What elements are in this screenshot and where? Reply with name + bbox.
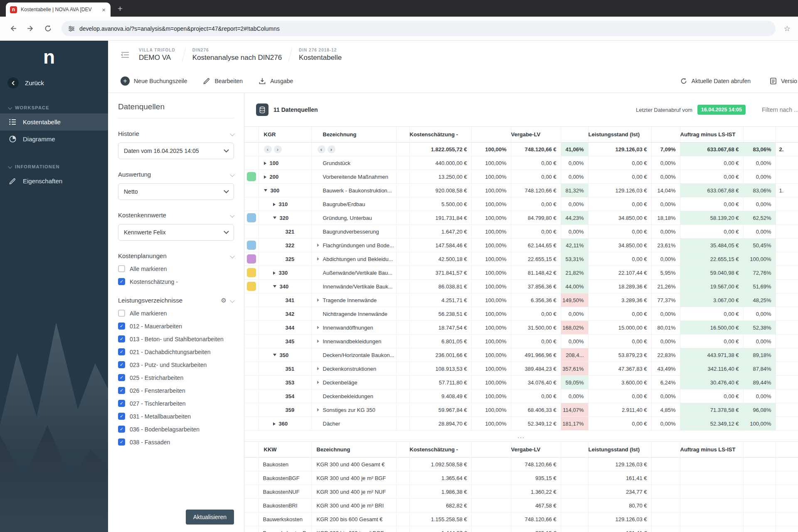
output-button[interactable]: Ausgabe	[259, 77, 293, 85]
kgr-cell[interactable]: 330	[259, 266, 311, 280]
expand-row-icon[interactable]	[264, 175, 266, 179]
filter-input[interactable]: Filtern nach ...	[762, 106, 798, 113]
new-booking-row-button[interactable]: + Neue Buchungszeile	[121, 76, 187, 86]
kgr-cell[interactable]: 359	[259, 403, 311, 417]
kgr-cell[interactable]: 353	[259, 376, 311, 389]
kgr-cell[interactable]: 340	[259, 280, 311, 293]
kgr-cell[interactable]: 341	[259, 293, 311, 307]
collapse-section-icon[interactable]	[230, 298, 234, 303]
lv-item[interactable]: ✓023 - Putz- und Stuckarbeiten	[118, 361, 234, 368]
table-row[interactable]: 322Flachgründungen und Bode...147.584,46…	[244, 239, 798, 252]
new-tab-button[interactable]: +	[114, 2, 126, 15]
lv-item[interactable]: ✓027 - Tischlerarbeiten	[118, 400, 234, 407]
detail-arrow-icon[interactable]	[317, 326, 319, 329]
lv-item[interactable]: ✓026 - Fensterarbeiten	[118, 387, 234, 394]
table-row[interactable]: 320Gründung, Unterbau191.731,84 €100,00%…	[244, 211, 798, 225]
table-row[interactable]: 330Außenwände/Vertikale Bau...371.841,57…	[244, 266, 798, 280]
column-header-kostenschaetzung[interactable]: Kostenschätzung -	[409, 442, 471, 458]
bezeichnung-cell[interactable]: Baugrube/Erdbau	[311, 197, 396, 211]
table-row[interactable]: 360Dächer28.894,70 €100,00%52.349,12 €18…	[244, 417, 798, 431]
prev-column-icon[interactable]: ‹	[318, 145, 325, 153]
back-nav-icon[interactable]	[6, 22, 20, 36]
bezeichnung-cell[interactable]: Gründung, Unterbau	[311, 211, 396, 225]
expand-row-icon[interactable]	[264, 162, 266, 165]
bezeichnung-cell[interactable]: Grundstück	[311, 156, 396, 170]
table-row[interactable]: 350Decken/Horizontale Baukon...236.001,6…	[244, 348, 798, 362]
bezeichnung-cell[interactable]: Baugrundverbesserung	[311, 225, 396, 239]
kkw-row[interactable]: BaukostenNUFKGR 300 und 400 je m² NUF1.9…	[244, 485, 798, 499]
bezeichnung-cell[interactable]: Abdichtungen und Bekleidu...	[311, 252, 396, 266]
reload-icon[interactable]	[41, 22, 55, 36]
table-row[interactable]: 351Deckenkonstruktionen108.913,53 €100,0…	[244, 362, 798, 376]
table-row[interactable]: 342Nichttragende Innenwände56.238,51 €10…	[244, 307, 798, 321]
checkbox-checked[interactable]: ✓	[118, 278, 125, 285]
checkbox-checked[interactable]: ✓	[118, 323, 125, 330]
next-column-icon[interactable]: ›	[328, 145, 335, 153]
bezeichnung-cell[interactable]: Deckenkonstruktionen	[311, 362, 396, 376]
breadcrumb-report[interactable]: DIN276 Kostenanalyse nach DIN276	[192, 48, 282, 62]
bezeichnung-cell[interactable]: Außenwände/Vertikale Bau...	[311, 266, 396, 280]
lv-item[interactable]: ✓012 - Mauerarbeiten	[118, 323, 234, 330]
historie-select[interactable]: Daten vom 16.04.2025 14:05	[118, 143, 234, 159]
select-all-kostenplanungen[interactable]: Alle markieren	[118, 265, 234, 272]
kgr-cell[interactable]: 342	[259, 307, 311, 321]
table-row[interactable]: 359Sonstiges zur KG 35059.967,84 €100,00…	[244, 403, 798, 417]
collapse-row-icon[interactable]	[273, 354, 276, 356]
table-row[interactable]: 344Innenwandöffnungen18.747,54 €100,00%3…	[244, 321, 798, 335]
kgr-cell[interactable]: 321	[259, 225, 311, 239]
bezeichnung-cell[interactable]: Sonstiges zur KG 350	[311, 403, 396, 417]
table-row[interactable]: 354Deckenbekleidungen9.408,49 €100,00%0,…	[244, 389, 798, 403]
collapse-section-icon[interactable]	[230, 213, 234, 217]
browser-tab[interactable]: n Kostentabelle | NOVA AVA [DEV ×	[6, 2, 111, 17]
checkbox-checked[interactable]: ✓	[118, 413, 125, 420]
sidebar-item-kostentabelle[interactable]: Kostentabelle	[0, 113, 108, 131]
checkbox-checked[interactable]: ✓	[118, 426, 125, 433]
table-row[interactable]: 341Tragende Innenwände4.251,71 €100,00%6…	[244, 293, 798, 307]
lv-item[interactable]: ✓031 - Metallbauarbeiten	[118, 413, 234, 420]
expand-row-icon[interactable]	[273, 422, 276, 426]
gear-icon[interactable]: ⚙	[221, 297, 227, 303]
versions-button[interactable]: Versio	[770, 77, 797, 85]
checkbox-checked[interactable]: ✓	[118, 348, 125, 355]
column-header-leistungsstand[interactable]: Leistungsstand (Ist)	[588, 442, 651, 458]
table-row[interactable]: 300Bauwerk - Baukonstruktion...920.008,5…	[244, 184, 798, 197]
table-row[interactable]: 325Abdichtungen und Bekleidu...42.500,18…	[244, 252, 798, 266]
checkbox-checked[interactable]: ✓	[118, 400, 125, 407]
address-bar[interactable]: develop.avanova.io/?s=analysis&m=open&pr…	[62, 21, 776, 36]
column-header-kkw[interactable]: KKW	[259, 442, 311, 458]
checkbox-checked[interactable]: ✓	[118, 374, 125, 381]
kgr-cell[interactable]: 354	[259, 389, 311, 403]
bezeichnung-cell[interactable]: Decken/Horizontale Baukon...	[311, 348, 396, 362]
detail-arrow-icon[interactable]	[317, 257, 319, 261]
lv-item[interactable]: ✓025 - Estricharbeiten	[118, 374, 234, 381]
kostenkennwerte-select[interactable]: Kennwerte Felix	[118, 224, 234, 241]
auswertung-select[interactable]: Netto	[118, 183, 234, 200]
kgr-cell[interactable]: 344	[259, 321, 311, 335]
detail-arrow-icon[interactable]	[317, 367, 319, 370]
column-header-vergabe-lv[interactable]: Vergabe-LV	[511, 442, 561, 458]
bookmark-star-icon[interactable]: ☆	[784, 24, 791, 33]
collapse-panel-icon[interactable]	[121, 51, 130, 59]
kkw-row[interactable]: BaukostenKGR 300 und 400 Gesamt €1.092.5…	[244, 458, 798, 471]
checkbox-checked[interactable]: ✓	[118, 335, 125, 342]
bezeichnung-cell[interactable]: Bauwerk - Baukonstruktion...	[311, 184, 396, 197]
detail-arrow-icon[interactable]	[317, 298, 319, 302]
bezeichnung-cell[interactable]: Deckenbekleidungen	[311, 389, 396, 403]
column-header-vergabe-lv[interactable]: Vergabe-LV	[511, 127, 561, 143]
table-row[interactable]: 310Baugrube/Erdbau5.500,00 €100,00%0,00 …	[244, 197, 798, 211]
collapse-row-icon[interactable]	[264, 189, 267, 192]
detail-arrow-icon[interactable]	[317, 381, 319, 384]
collapse-section-icon[interactable]	[230, 254, 234, 258]
prev-column-icon[interactable]: ‹	[264, 145, 272, 153]
kgr-cell[interactable]: 360	[259, 417, 311, 431]
expand-row-icon[interactable]	[273, 203, 276, 206]
kgr-cell[interactable]: 345	[259, 335, 311, 348]
table-row[interactable]: 200Vorbereitende Maßnahmen13.250,00 €100…	[244, 170, 798, 184]
table-row[interactable]: 100Grundstück440.000,00 €100,00%0,00 €0,…	[244, 156, 798, 170]
detail-arrow-icon[interactable]	[317, 244, 319, 247]
more-rows-indicator[interactable]: ...	[244, 431, 798, 441]
kkw-row[interactable]: BauwerkskostenB...KGR 200 bis 600 je m² …	[244, 526, 798, 532]
summary-row[interactable]: ‹›‹›1.822.055,72 €100,00%748.120,66 €41,…	[244, 143, 798, 156]
lv-item[interactable]: ✓038 - Fassaden	[118, 438, 234, 446]
kgr-cell[interactable]: 300	[259, 184, 311, 197]
